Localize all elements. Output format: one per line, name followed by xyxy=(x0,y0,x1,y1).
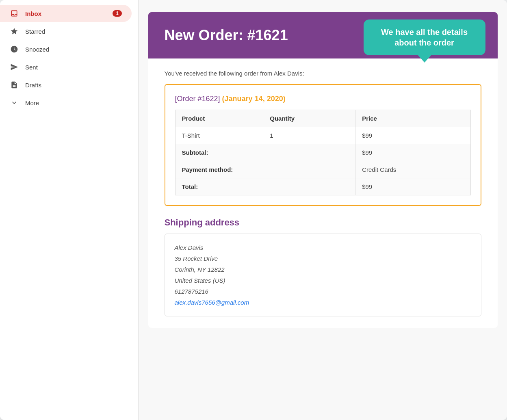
shipping-title: Shipping address xyxy=(165,217,481,228)
inbox-badge: 1 xyxy=(113,10,122,17)
sidebar-item-snoozed[interactable]: Snoozed xyxy=(0,41,132,58)
sidebar-item-snoozed-label: Snoozed xyxy=(25,46,49,53)
col-quantity: Quantity xyxy=(263,110,355,127)
address-name: Alex Davis xyxy=(175,242,471,253)
sidebar-item-sent-label: Sent xyxy=(25,64,38,71)
address-email[interactable]: alex.davis7656@gmail.com xyxy=(175,299,249,306)
col-product: Product xyxy=(175,110,263,127)
payment-label: Payment method: xyxy=(175,161,355,178)
clock-icon xyxy=(10,45,19,54)
address-box: Alex Davis 35 Rocket Drive Corinth, NY 1… xyxy=(165,234,481,316)
sidebar-item-starred[interactable]: Starred xyxy=(0,23,132,40)
order-box: [Order #1622] (January 14, 2020) Product… xyxy=(165,84,481,206)
order-table: Product Quantity Price T-Shirt 1 $99 xyxy=(175,110,471,195)
address-phone: 6127875216 xyxy=(175,286,471,297)
total-label: Total: xyxy=(175,178,355,195)
subtotal-row: Subtotal: $99 xyxy=(175,144,470,161)
draft-icon xyxy=(10,80,19,89)
cell-quantity: 1 xyxy=(263,127,355,144)
inbox-icon xyxy=(10,9,19,18)
email-intro: You've received the following order from… xyxy=(165,70,481,77)
sidebar-item-more-label: More xyxy=(25,100,39,106)
tooltip-bubble: We have all the details about the order xyxy=(364,19,485,55)
payment-row: Payment method: Credit Cards xyxy=(175,161,470,178)
subtotal-label: Subtotal: xyxy=(175,144,355,161)
address-city: Corinth, NY 12822 xyxy=(175,264,471,275)
subtotal-value: $99 xyxy=(355,144,470,161)
sidebar-item-drafts-label: Drafts xyxy=(25,82,41,89)
table-row: T-Shirt 1 $99 xyxy=(175,127,470,144)
total-value: $99 xyxy=(355,178,470,195)
email-container: New Order: #1621 We have all the details… xyxy=(148,12,498,328)
payment-value: Credit Cards xyxy=(355,161,470,178)
cell-product: T-Shirt xyxy=(175,127,263,144)
cell-price: $99 xyxy=(355,127,470,144)
order-title: [Order #1622] (January 14, 2020) xyxy=(175,95,471,103)
shipping-section: Shipping address Alex Davis 35 Rocket Dr… xyxy=(165,217,481,316)
send-icon xyxy=(10,63,19,71)
email-header: New Order: #1621 We have all the details… xyxy=(148,12,498,58)
address-email-container: alex.davis7656@gmail.com xyxy=(175,297,471,308)
sidebar-item-more[interactable]: More xyxy=(0,94,132,111)
tooltip-text: We have all the details about the order xyxy=(381,28,468,47)
col-price: Price xyxy=(355,110,470,127)
order-link[interactable]: [Order #1622] xyxy=(175,95,220,103)
star-icon xyxy=(10,27,19,36)
email-body: You've received the following order from… xyxy=(148,58,498,328)
main-content: New Order: #1621 We have all the details… xyxy=(138,0,507,420)
address-country: United States (US) xyxy=(175,275,471,286)
chevron-down-icon xyxy=(10,98,19,107)
sidebar: Inbox 1 Starred Snoozed Sent Draft xyxy=(0,0,138,420)
sidebar-item-sent[interactable]: Sent xyxy=(0,58,132,76)
sidebar-item-inbox-label: Inbox xyxy=(25,10,41,17)
sidebar-item-inbox[interactable]: Inbox 1 xyxy=(0,5,132,22)
address-street: 35 Rocket Drive xyxy=(175,253,471,264)
total-row: Total: $99 xyxy=(175,178,470,195)
sidebar-item-drafts[interactable]: Drafts xyxy=(0,76,132,93)
sidebar-item-starred-label: Starred xyxy=(25,28,45,35)
order-date: (January 14, 2020) xyxy=(222,95,286,103)
